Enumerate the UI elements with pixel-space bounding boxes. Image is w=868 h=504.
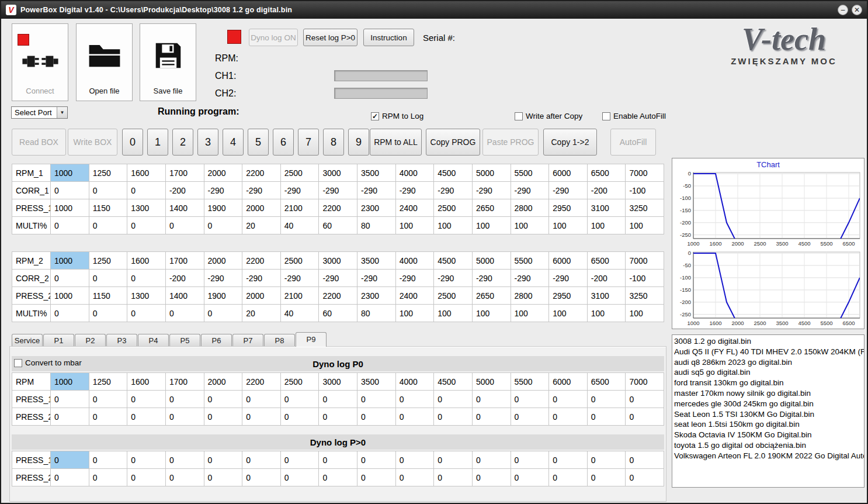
grid-cell[interactable]: 1700 [165,373,204,391]
grid-cell[interactable]: -200 [165,182,204,199]
grid-cell[interactable]: 0 [626,391,664,408]
grid-cell[interactable]: 4500 [434,373,473,391]
program-9-button[interactable]: 9 [348,129,369,156]
grid-cell[interactable]: 0 [165,391,204,408]
grid-cell[interactable]: 0 [204,408,242,426]
grid-cell[interactable]: 0 [165,451,204,469]
grid-cell[interactable]: 6000 [549,373,588,391]
grid-cell[interactable]: 3000 [319,373,357,391]
grid-cell[interactable]: 3500 [357,164,396,182]
tab-p7[interactable]: P7 [232,334,263,347]
grid-cell[interactable]: -290 [357,182,396,199]
minimize-button[interactable]: – [838,5,848,15]
grid-cell[interactable]: 2650 [472,287,511,305]
grid-cell[interactable]: 2200 [242,373,281,391]
grid-cell[interactable]: 0 [587,451,626,469]
file-list-item[interactable]: 3008 1.2 go digital.bin [674,336,864,347]
grid-cell[interactable]: 0 [434,391,473,408]
grid-cell[interactable]: 100 [626,217,664,234]
file-list-item[interactable]: audi sq5 go digital.bin [674,367,864,378]
grid-cell[interactable]: 1400 [165,199,204,217]
grid-cell[interactable]: 1000 [51,287,89,305]
grid-cell[interactable]: 0 [165,305,204,322]
grid-cell[interactable]: 6500 [587,164,626,182]
file-list-item[interactable]: toyota 1.5 go digital od obciążenia.bin [674,440,864,451]
grid-cell[interactable]: 100 [549,305,588,322]
grid-cell[interactable]: 100 [434,305,473,322]
grid-cell[interactable]: 0 [204,451,242,469]
grid-cell[interactable]: 0 [89,469,127,486]
grid-cell[interactable]: 2500 [434,199,473,217]
tab-p5[interactable]: P5 [169,334,200,347]
grid-cell[interactable]: 0 [51,182,89,199]
grid-cell[interactable]: 2100 [280,287,319,305]
grid-cell[interactable]: 1400 [165,287,204,305]
grid-cell[interactable]: 0 [587,469,626,486]
file-list-item[interactable]: Audi Q5 II (FY FL) 40 TDI MHEV 2.0 150kW… [674,347,864,357]
write-box-button[interactable]: Write BOX [68,129,117,156]
grid-cell[interactable]: 6500 [587,373,626,391]
grid-cell[interactable]: -290 [242,270,281,287]
grid-cell[interactable]: 2950 [549,199,588,217]
file-list-item[interactable]: audi q8 286km 2023 go digital.bin [674,357,864,368]
save-file-button[interactable]: Save file [140,23,196,101]
grid-cell[interactable]: 0 [89,217,127,234]
grid-cell[interactable]: 2000 [204,373,242,391]
copy-prog-button[interactable]: Copy PROG [426,129,480,156]
grid-cell[interactable]: 3100 [587,287,626,305]
grid-cell[interactable]: 6500 [587,252,626,270]
reset-log-button[interactable]: Reset log P>0 [303,29,357,46]
grid-cell[interactable]: 0 [357,408,396,426]
grid-cell[interactable]: 0 [511,408,549,426]
grid-cell[interactable]: 7000 [626,164,664,182]
grid-cell[interactable]: -290 [204,270,242,287]
enable-autofill-checkbox[interactable]: Enable AutoFill [602,112,666,120]
program-2-button[interactable]: 2 [172,129,193,156]
grid-cell[interactable]: 0 [204,391,242,408]
grid-cell[interactable]: 0 [434,469,473,486]
grid-cell[interactable]: 2800 [511,199,549,217]
grid-cell[interactable]: 2500 [280,164,319,182]
tab-p2[interactable]: P2 [75,334,106,347]
grid-cell[interactable]: 0 [626,451,664,469]
grid-cell[interactable]: -100 [626,182,664,199]
grid-cell[interactable]: 4500 [434,252,473,270]
grid-cell[interactable]: 0 [472,469,511,486]
tab-p8[interactable]: P8 [264,334,295,347]
grid-cell[interactable]: -290 [395,270,434,287]
grid-cell[interactable]: 0 [434,451,473,469]
file-list-item[interactable]: mercedes gle 300d 245km go digital.bin [674,399,864,409]
grid-cell[interactable]: 0 [242,469,281,486]
grid-cell[interactable]: 0 [89,451,127,469]
grid-cell[interactable]: 0 [434,408,473,426]
grid-cell[interactable]: 0 [395,391,434,408]
grid-cell[interactable]: 0 [204,469,242,486]
grid-cell[interactable]: 5000 [472,373,511,391]
grid-cell[interactable]: 5000 [472,252,511,270]
grid-cell[interactable]: 0 [51,469,89,486]
grid-cell[interactable]: -290 [242,182,281,199]
grid-cell[interactable]: 4000 [395,164,434,182]
grid-cell[interactable]: 3000 [319,164,357,182]
grid-cell[interactable]: 0 [127,182,166,199]
grid-cell[interactable]: 1900 [204,287,242,305]
grid-cell[interactable]: 1150 [89,199,127,217]
grid-cell[interactable]: 6000 [549,164,588,182]
grid-cell[interactable]: 100 [587,305,626,322]
grid-cell[interactable]: -290 [472,182,511,199]
grid-cell[interactable]: 1150 [89,287,127,305]
grid-cell[interactable]: 2000 [242,287,281,305]
grid-cell[interactable]: 0 [472,451,511,469]
open-file-button[interactable]: Open file [76,23,133,101]
grid-cell[interactable]: 80 [357,217,396,234]
grid-cell[interactable]: 2100 [280,199,319,217]
grid-cell[interactable]: 100 [434,217,473,234]
grid-cell[interactable]: 0 [51,391,89,408]
grid-cell[interactable]: 0 [280,469,319,486]
grid-cell[interactable]: 1000 [51,373,89,391]
grid-cell[interactable]: 0 [89,182,127,199]
grid-cell[interactable]: 100 [472,217,511,234]
dyno-log-on-button[interactable]: Dyno log ON [249,29,298,46]
grid-cell[interactable]: 2950 [549,287,588,305]
file-list-item[interactable]: master 170km nowy silnik go digital.bin [674,388,864,399]
